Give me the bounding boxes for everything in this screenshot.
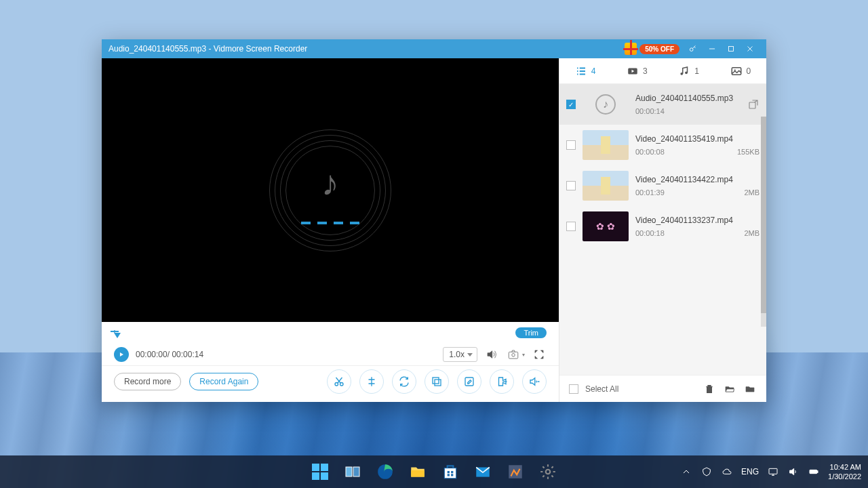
preview-area[interactable]: ♪ bbox=[102, 58, 559, 322]
tray-battery-icon[interactable] bbox=[808, 466, 820, 478]
start-button[interactable] bbox=[306, 458, 334, 486]
tray-display-icon[interactable] bbox=[767, 466, 779, 478]
close-button[interactable] bbox=[741, 39, 760, 58]
recording-info: Video_240401133237.mp400:00:182MB bbox=[635, 216, 760, 237]
taskbar[interactable]: ENG 10:42 AM 1/30/2022 bbox=[0, 455, 868, 488]
filter-audio[interactable]: 1 bbox=[678, 65, 699, 77]
recording-checkbox[interactable] bbox=[566, 222, 576, 231]
settings-button[interactable] bbox=[534, 458, 562, 486]
recording-name: Audio_240401140555.mp3 bbox=[635, 94, 741, 103]
key-icon[interactable] bbox=[684, 39, 703, 58]
tray-security-icon[interactable] bbox=[701, 466, 713, 478]
delete-button[interactable] bbox=[703, 382, 716, 396]
svg-rect-28 bbox=[810, 470, 817, 473]
maximize-button[interactable] bbox=[722, 39, 741, 58]
filter-image[interactable]: 0 bbox=[730, 65, 751, 77]
filter-video[interactable]: 3 bbox=[627, 65, 648, 77]
recording-checkbox[interactable] bbox=[566, 140, 576, 150]
export-tool-button[interactable] bbox=[490, 369, 514, 394]
minimize-button[interactable] bbox=[703, 39, 722, 58]
record-again-button[interactable]: Record Again bbox=[189, 373, 258, 390]
tray-chevron-icon[interactable] bbox=[680, 466, 692, 478]
svg-point-11 bbox=[685, 71, 688, 74]
store-button[interactable] bbox=[436, 458, 465, 486]
svg-rect-18 bbox=[411, 470, 425, 477]
file-explorer-button[interactable] bbox=[403, 458, 432, 486]
clock-date: 1/30/2022 bbox=[828, 472, 861, 481]
chevron-down-icon: ▾ bbox=[522, 352, 525, 358]
merge-tool-button[interactable] bbox=[425, 369, 449, 394]
convert-tool-button[interactable] bbox=[392, 369, 416, 394]
audio-icon bbox=[678, 65, 690, 77]
snapshot-button[interactable]: ▾ bbox=[506, 347, 525, 362]
recording-item[interactable]: ♪Audio_240401140555.mp300:00:14 bbox=[559, 84, 766, 125]
main-content: ♪ Trim 00:00:00/ 00:00:14 1.0x bbox=[102, 58, 766, 402]
tray-volume-icon[interactable] bbox=[787, 466, 800, 478]
mail-button[interactable] bbox=[469, 458, 497, 486]
audio-tool-button[interactable] bbox=[522, 369, 547, 394]
system-tray: ENG 10:42 AM 1/30/2022 bbox=[680, 462, 861, 482]
volume-icon[interactable] bbox=[484, 347, 499, 362]
recording-info: Video_240401135419.mp400:00:08155KB bbox=[635, 134, 760, 156]
recording-meta: 00:00:08155KB bbox=[635, 148, 760, 156]
recording-info: Audio_240401140555.mp300:00:14 bbox=[635, 94, 741, 115]
recordings-pane: 4 3 1 0 ♪Audio_240401140555.mp300:00:14V… bbox=[559, 58, 766, 402]
playback-controls: 00:00:00/ 00:00:14 1.0x ▾ bbox=[102, 344, 559, 365]
window-title: Audio_240401140555.mp3 - Vidmore Screen … bbox=[108, 44, 625, 54]
list-icon bbox=[575, 65, 587, 77]
svg-point-10 bbox=[681, 72, 684, 75]
timeline-track[interactable] bbox=[114, 330, 115, 333]
edit-tool-button[interactable] bbox=[457, 369, 481, 394]
timeline-row: Trim bbox=[102, 325, 559, 341]
record-more-button[interactable]: Record more bbox=[114, 373, 181, 390]
language-indicator[interactable]: ENG bbox=[741, 467, 759, 476]
titlebar[interactable]: Audio_240401140555.mp3 - Vidmore Screen … bbox=[102, 39, 766, 58]
svg-point-0 bbox=[690, 48, 693, 52]
task-view-button[interactable] bbox=[338, 458, 367, 486]
fullscreen-icon[interactable] bbox=[532, 347, 547, 362]
select-all-checkbox[interactable] bbox=[569, 384, 578, 394]
filter-all[interactable]: 4 bbox=[575, 65, 596, 77]
edge-browser-button[interactable] bbox=[371, 458, 399, 486]
scrollbar[interactable] bbox=[761, 117, 766, 327]
recording-meta: 00:01:392MB bbox=[635, 188, 760, 197]
recording-duration: 00:00:08 bbox=[635, 148, 665, 156]
image-icon bbox=[730, 65, 743, 77]
recording-thumbnail[interactable]: ♪ bbox=[583, 89, 629, 119]
svg-rect-27 bbox=[769, 468, 777, 474]
recording-item[interactable]: Video_240401135419.mp400:00:08155KB bbox=[559, 125, 766, 165]
select-all-label: Select All bbox=[585, 384, 696, 394]
promo-badge[interactable]: 50% OFF bbox=[625, 43, 679, 55]
speed-select[interactable]: 1.0x bbox=[443, 347, 477, 362]
promo-text: 50% OFF bbox=[639, 44, 679, 54]
trim-handle-icon[interactable] bbox=[114, 333, 121, 338]
clock[interactable]: 10:42 AM 1/30/2022 bbox=[828, 462, 861, 482]
recording-checkbox[interactable] bbox=[566, 100, 576, 109]
recording-thumbnail[interactable] bbox=[583, 211, 629, 241]
tray-cloud-icon[interactable] bbox=[721, 466, 733, 478]
trim-button[interactable]: Trim bbox=[515, 327, 547, 338]
app-button-1[interactable] bbox=[501, 458, 530, 486]
svg-rect-16 bbox=[353, 467, 359, 476]
bottom-toolbar: Record more Record Again bbox=[102, 365, 559, 396]
recordings-list[interactable]: ♪Audio_240401140555.mp300:00:14Video_240… bbox=[559, 84, 766, 375]
list-actions: Select All bbox=[559, 375, 766, 402]
audio-visual-icon: ♪ bbox=[269, 129, 391, 251]
recording-item[interactable]: Video_240401133237.mp400:00:182MB bbox=[559, 206, 766, 247]
play-button[interactable] bbox=[114, 347, 129, 362]
svg-point-3 bbox=[512, 354, 515, 357]
svg-rect-15 bbox=[346, 467, 352, 476]
cut-tool-button[interactable] bbox=[327, 369, 351, 394]
recording-size: 2MB bbox=[744, 188, 760, 197]
recording-checkbox[interactable] bbox=[566, 181, 576, 190]
recording-name: Video_240401134422.mp4 bbox=[635, 175, 760, 184]
recording-thumbnail[interactable] bbox=[583, 130, 629, 160]
folder-open-button[interactable] bbox=[723, 382, 736, 396]
svg-rect-22 bbox=[448, 474, 450, 476]
recording-thumbnail[interactable] bbox=[583, 171, 629, 201]
split-tool-button[interactable] bbox=[359, 369, 384, 394]
share-button[interactable] bbox=[747, 98, 760, 110]
folder-button[interactable] bbox=[743, 382, 757, 396]
recording-item[interactable]: Video_240401134422.mp400:01:392MB bbox=[559, 165, 766, 206]
time-display: 00:00:00/ 00:00:14 bbox=[136, 350, 436, 359]
